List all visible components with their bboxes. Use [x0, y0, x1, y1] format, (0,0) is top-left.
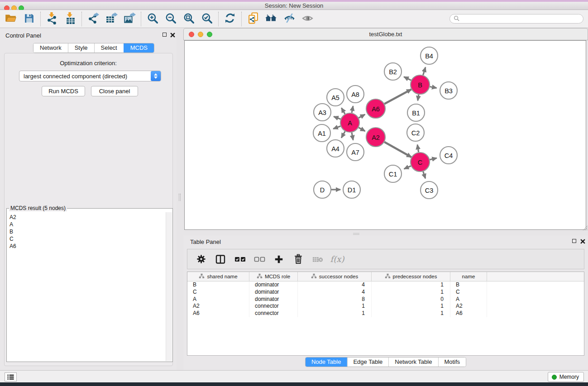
- table-cell[interactable]: 4: [298, 289, 372, 296]
- zoom-out-button[interactable]: [162, 11, 180, 27]
- table-cell[interactable]: 1: [298, 310, 372, 317]
- table-row[interactable]: A6connector11A6: [187, 310, 584, 317]
- table-cell[interactable]: 4: [298, 281, 372, 289]
- export-table-button[interactable]: [102, 11, 120, 27]
- graph-edge-B-B1[interactable]: [418, 95, 419, 101]
- table-cell[interactable]: 0: [372, 296, 450, 303]
- mcds-result-scrollbar[interactable]: [166, 212, 172, 361]
- trash-icon[interactable]: [292, 253, 304, 265]
- table-cell[interactable]: C: [450, 289, 487, 296]
- close-panel-icon[interactable]: [170, 32, 175, 37]
- open-session-button[interactable]: [2, 11, 20, 27]
- mcds-result-item[interactable]: B: [10, 228, 165, 235]
- flatten-tree-icon[interactable]: [199, 273, 205, 280]
- select-all-checkboxes-icon[interactable]: [234, 253, 246, 265]
- mcds-result-item[interactable]: A2: [10, 214, 165, 221]
- table-cell[interactable]: 1: [372, 289, 450, 296]
- save-session-button[interactable]: [20, 11, 38, 27]
- close-panel-button[interactable]: Close panel: [91, 86, 138, 96]
- table-cell[interactable]: 8: [298, 296, 372, 303]
- export-network-button[interactable]: [84, 11, 102, 27]
- graph-edge-C-C4[interactable]: [430, 158, 436, 160]
- import-network-button[interactable]: [43, 11, 61, 27]
- graph-edge-A-A1[interactable]: [333, 126, 340, 129]
- window-resize-handle[interactable]: [582, 224, 588, 232]
- graph-edge-A2-C[interactable]: [384, 142, 411, 157]
- table-cell[interactable]: C: [187, 289, 249, 296]
- zoom-in-button[interactable]: [143, 11, 162, 27]
- table-cell[interactable]: A2: [450, 303, 487, 310]
- float-panel-icon[interactable]: [163, 33, 167, 37]
- flatten-tree-icon[interactable]: [257, 273, 263, 280]
- table-row[interactable]: A2connector11A2: [187, 303, 584, 310]
- tab-select[interactable]: Select: [94, 43, 124, 52]
- graph-edge-A-A5[interactable]: [341, 108, 345, 114]
- table-cell[interactable]: A: [187, 296, 249, 303]
- column-header-successor-nodes[interactable]: successor nodes: [298, 272, 372, 281]
- duplicate-network-button[interactable]: [244, 11, 262, 27]
- add-plus-icon[interactable]: [273, 253, 285, 265]
- tab-edge-table[interactable]: Edge Table: [347, 357, 388, 367]
- flatten-tree-icon[interactable]: [385, 273, 391, 280]
- table-cell[interactable]: 1: [298, 303, 372, 310]
- table-row[interactable]: Bdominator41B: [187, 281, 584, 289]
- graph-edge-A-A8[interactable]: [352, 106, 353, 113]
- table-cell[interactable]: 1: [372, 310, 450, 317]
- tab-node-table[interactable]: Node Table: [306, 357, 347, 367]
- column-header-MCDS-role[interactable]: MCDS role: [249, 272, 298, 281]
- optimization-criterion-select[interactable]: largest connected component (directed): [19, 71, 161, 81]
- column-header-name[interactable]: name: [450, 272, 487, 281]
- column-header-predecessor-nodes[interactable]: predecessor nodes: [372, 272, 450, 281]
- mcds-result-item[interactable]: A: [10, 221, 165, 228]
- table-cell[interactable]: dominator: [249, 296, 298, 303]
- mcds-result-item[interactable]: C: [10, 235, 165, 243]
- split-panes-icon[interactable]: [215, 253, 226, 265]
- table-cell[interactable]: B: [450, 281, 487, 289]
- horizontal-divider-grip[interactable]: [353, 233, 359, 235]
- float-table-panel-icon[interactable]: [572, 239, 576, 243]
- table-cell[interactable]: connector: [249, 310, 298, 317]
- graph-edge-A-A7[interactable]: [352, 133, 353, 140]
- graph-edge-C-C1[interactable]: [404, 166, 411, 169]
- show-all-button[interactable]: [298, 11, 316, 27]
- export-image-button[interactable]: [120, 11, 139, 27]
- zoom-fit-button[interactable]: [180, 11, 198, 27]
- graph-edge-A-A4[interactable]: [341, 131, 345, 138]
- table-cell[interactable]: A2: [187, 303, 249, 310]
- graph-edge-A-A3[interactable]: [334, 117, 340, 119]
- search-input[interactable]: [462, 16, 579, 22]
- table-cell[interactable]: 1: [372, 281, 450, 289]
- search-box[interactable]: [449, 14, 583, 24]
- deselect-all-checkboxes-icon[interactable]: [253, 253, 265, 265]
- graph-edge-A-A2[interactable]: [359, 128, 365, 131]
- table-cell[interactable]: B: [187, 281, 249, 289]
- close-table-panel-icon[interactable]: [580, 238, 585, 243]
- tab-motifs[interactable]: Motifs: [438, 357, 466, 367]
- panel-divider-grip[interactable]: [179, 194, 181, 201]
- table-row[interactable]: Cdominator41C: [187, 289, 584, 296]
- zoom-selected-button[interactable]: [198, 11, 216, 27]
- task-history-button[interactable]: [5, 372, 17, 381]
- gear-icon[interactable]: [195, 253, 207, 265]
- graph-edge-C-C3[interactable]: [423, 172, 425, 178]
- graph-edge-C-C2[interactable]: [417, 145, 419, 152]
- zoom-network-button[interactable]: [207, 32, 212, 37]
- graph-edge-A6-B[interactable]: [384, 89, 411, 104]
- minimize-network-button[interactable]: [198, 32, 203, 37]
- memory-button[interactable]: Memory: [548, 372, 584, 382]
- graph-edge-B-B4[interactable]: [423, 67, 425, 75]
- tab-network[interactable]: Network: [33, 43, 68, 52]
- run-mcds-button[interactable]: Run MCDS: [42, 86, 85, 96]
- hide-selection-button[interactable]: [280, 11, 298, 27]
- graph-edge-B-B3[interactable]: [430, 86, 437, 88]
- graph-edge-A-A6[interactable]: [359, 114, 365, 118]
- graph-edge-B-B2[interactable]: [404, 77, 411, 81]
- table-cell[interactable]: 1: [372, 303, 450, 310]
- tab-mcds[interactable]: MCDS: [124, 43, 154, 52]
- column-header-shared-name[interactable]: shared name: [187, 272, 249, 281]
- table-cell[interactable]: dominator: [249, 289, 298, 296]
- table-cell[interactable]: dominator: [249, 281, 298, 289]
- tab-style[interactable]: Style: [68, 43, 94, 52]
- mcds-result-item[interactable]: A6: [10, 243, 165, 250]
- tab-network-table[interactable]: Network Table: [388, 357, 438, 367]
